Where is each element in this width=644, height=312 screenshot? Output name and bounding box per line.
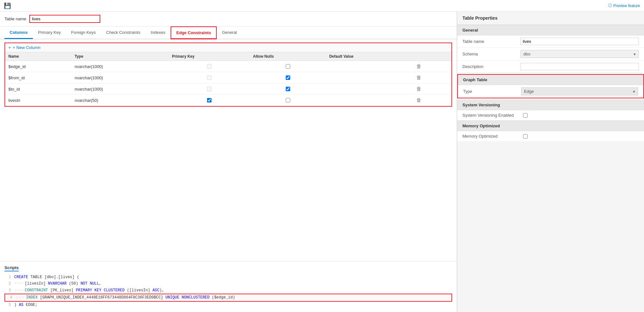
memory-row: Memory Optimized	[457, 131, 644, 141]
line-content: INDEX [GRAPH_UNIQUE_INDEX_4448E18FF67344…	[26, 294, 235, 301]
line-content: CONSTRAINT [PK_lives] PRIMARY KEY CLUSTE…	[25, 287, 164, 294]
col-allow-nulls	[250, 61, 326, 72]
new-column-label: + New Column	[13, 45, 41, 50]
line-number: 2	[5, 280, 11, 287]
tab-edge-constraints[interactable]: Edge Constraints	[171, 26, 217, 39]
graph-table-section: Graph Table Type Edge Node None	[457, 74, 644, 98]
scripts-title: Scripts	[5, 265, 19, 271]
delete-btn-1[interactable]: 🗑	[415, 74, 423, 82]
col-default-value	[326, 72, 412, 83]
left-panel: Table name Columns Primary Key Foreign K…	[0, 12, 457, 312]
nulls-checkbox-0[interactable]	[286, 64, 290, 69]
pk-checkbox-2[interactable]	[207, 87, 212, 91]
table-name-row: Table name	[0, 12, 457, 26]
nulls-checkbox-3[interactable]	[286, 98, 290, 102]
col-primary-key	[169, 83, 250, 95]
nulls-checkbox-2[interactable]	[286, 87, 290, 91]
info-icon: ⓘ	[608, 3, 612, 8]
col-default-value	[326, 61, 412, 72]
prop-value-description	[520, 63, 639, 70]
schema-select-wrapper[interactable]: dbo	[520, 50, 639, 58]
delete-btn-2[interactable]: 🗑	[415, 85, 423, 93]
col-header-type: Type	[71, 52, 169, 61]
prop-label-type: Type	[463, 89, 521, 94]
type-select[interactable]: Edge Node None	[521, 87, 638, 95]
col-header-default: Default Value	[326, 52, 412, 61]
script-line: 1CREATE TABLE [dbo].[lives] (	[5, 274, 452, 280]
main-container: Table name Columns Primary Key Foreign K…	[0, 12, 644, 312]
col-delete: 🗑	[412, 61, 451, 72]
prop-label-schema: Schema	[462, 52, 520, 56]
script-line: 3····CONSTRAINT [PK_lives] PRIMARY KEY C…	[5, 287, 452, 294]
tab-foreign-keys[interactable]: Foreign Keys	[66, 27, 101, 39]
line-dots: ····	[14, 287, 24, 294]
scripts-panel: Scripts 1CREATE TABLE [dbo].[lives] (2··…	[0, 261, 457, 312]
col-allow-nulls	[250, 83, 326, 95]
line-dots: ····	[15, 294, 25, 301]
general-section: General Table name Schema dbo De	[457, 25, 644, 73]
pk-checkbox-1[interactable]	[207, 75, 212, 80]
new-column-bar[interactable]: + + New Column	[5, 43, 451, 52]
col-delete: 🗑	[412, 95, 451, 106]
line-number: 5	[5, 302, 11, 308]
prop-label-memory: Memory Optimized	[462, 134, 520, 139]
type-select-wrapper[interactable]: Edge Node None	[521, 87, 638, 95]
table-name-label: Table name	[5, 16, 26, 21]
col-header-actions	[412, 52, 451, 61]
nulls-checkbox-1[interactable]	[286, 75, 290, 80]
script-line-highlighted: 4····INDEX [GRAPH_UNIQUE_INDEX_4448E18FF…	[5, 294, 452, 301]
col-header-pk: Primary Key	[169, 52, 250, 61]
tab-check-constraints[interactable]: Check Constraints	[101, 27, 145, 39]
schema-select[interactable]: dbo	[520, 50, 639, 58]
tabs: Columns Primary Key Foreign Keys Check C…	[0, 26, 457, 39]
tab-columns[interactable]: Columns	[5, 27, 33, 39]
versioning-checkbox[interactable]	[523, 113, 528, 118]
prop-row-description: Description	[457, 61, 644, 73]
line-content: CREATE TABLE [dbo].[lives] (	[14, 274, 79, 280]
line-content: [livesIn] NVARCHAR (50) NOT NULL,	[25, 280, 102, 287]
col-name: $to_id	[5, 83, 71, 95]
prop-label-description: Description	[462, 64, 520, 69]
col-delete: 🗑	[412, 72, 451, 83]
col-default-value	[326, 83, 412, 95]
general-section-header: General	[457, 25, 644, 35]
prop-input-table-name[interactable]	[520, 38, 639, 45]
col-allow-nulls	[250, 95, 326, 106]
versioning-section: System Versioning System Versioning Enab…	[457, 100, 644, 121]
script-line: 5) AS EDGE;	[5, 302, 452, 308]
columns-panel: + + New Column Name Type Primary Key All…	[5, 43, 452, 107]
script-line: 2····[livesIn] NVARCHAR (50) NOT NULL,	[5, 280, 452, 287]
right-panel: Table Properties General Table name Sche…	[457, 12, 644, 312]
versioning-header: System Versioning	[457, 100, 644, 110]
col-primary-key	[169, 72, 250, 83]
graph-prop-row-type: Type Edge Node None	[458, 85, 643, 98]
table-row: $edge_idnvarchar(1000)🗑	[5, 61, 451, 72]
delete-btn-3[interactable]: 🗑	[415, 96, 423, 104]
script-lines: 1CREATE TABLE [dbo].[lives] (2····[lives…	[5, 274, 452, 308]
col-name: livesIn	[5, 95, 71, 106]
table-row: $to_idnvarchar(1000)🗑	[5, 83, 451, 95]
memory-section: Memory Optimized Memory Optimized	[457, 121, 644, 141]
line-content: ) AS EDGE;	[14, 302, 37, 308]
line-number: 3	[5, 287, 11, 294]
memory-checkbox[interactable]	[523, 134, 528, 139]
table-name-input[interactable]	[29, 15, 100, 23]
col-header-name: Name	[5, 52, 71, 61]
line-dots: ····	[14, 280, 24, 287]
prop-value-table-name	[520, 38, 639, 45]
top-bar: 💾 ⓘ Preview feature	[0, 0, 644, 12]
prop-input-description[interactable]	[520, 63, 639, 70]
tab-indexes[interactable]: Indexes	[145, 27, 171, 39]
prop-label-table-name: Table name	[462, 39, 520, 44]
right-panel-title: Table Properties	[457, 12, 644, 25]
line-number: 1	[5, 274, 11, 280]
tab-primary-key[interactable]: Primary Key	[33, 27, 66, 39]
pk-checkbox-3[interactable]	[207, 98, 212, 102]
tab-general[interactable]: General	[217, 27, 242, 39]
delete-btn-0[interactable]: 🗑	[415, 63, 423, 70]
save-icon: 💾	[4, 2, 11, 9]
col-allow-nulls	[250, 72, 326, 83]
preview-feature: ⓘ Preview feature	[608, 3, 640, 8]
col-primary-key	[169, 95, 250, 106]
pk-checkbox-0[interactable]	[207, 64, 212, 69]
